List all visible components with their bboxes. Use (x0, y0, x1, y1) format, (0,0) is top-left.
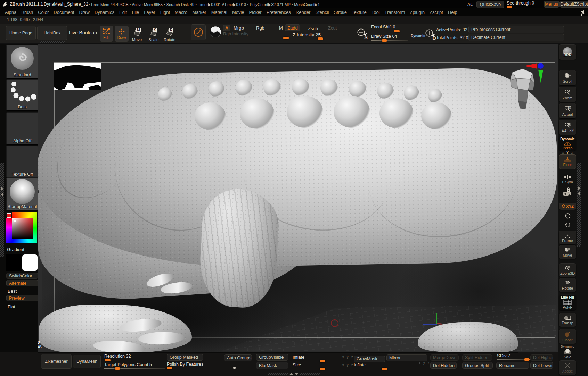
menu-edit[interactable]: Edit (119, 10, 127, 15)
a-toggle-button[interactable]: A (223, 25, 230, 31)
menu-light[interactable]: Light (160, 10, 170, 15)
menu-preferences[interactable]: Preferences (267, 10, 291, 15)
split-hidden-button[interactable]: Split Hidden (462, 354, 492, 361)
floor-grid-button[interactable]: Floor (559, 154, 576, 169)
menu-stencil[interactable]: Stencil (315, 10, 329, 15)
canvas-top-divider[interactable] (40, 41, 65, 43)
move-gyro-button[interactable]: M Move (131, 27, 143, 42)
focal-shift-slider[interactable]: Focal Shift 0 (371, 25, 408, 32)
target-polygons-handle[interactable] (115, 367, 120, 370)
camera-lock-button[interactable] (559, 187, 576, 199)
menu-layer[interactable]: Layer (144, 10, 155, 15)
zsub-toggle[interactable]: Zsub (308, 26, 318, 31)
polish-toggle-dot[interactable] (233, 367, 236, 369)
left-tray-divider[interactable] (0, 163, 4, 257)
menu-movie[interactable]: Movie (232, 10, 244, 15)
size-handle[interactable] (320, 368, 325, 370)
scroll-doc-button[interactable]: Scroll (559, 70, 576, 85)
rotate-on-all-axis-button[interactable]: XYZ (559, 203, 576, 210)
resolution-handle[interactable] (105, 359, 111, 361)
focal-shift-handle[interactable] (394, 30, 400, 32)
preprocess-current-button[interactable]: Pre-process Current (468, 26, 564, 33)
gizmo-x-axis-arrow[interactable] (524, 63, 537, 69)
inflate-handle[interactable] (320, 360, 325, 362)
aahalf-button[interactable]: AAHalf (559, 120, 576, 135)
m-toggle[interactable]: M (279, 25, 283, 31)
alpha-picker[interactable]: Alpha Off (6, 112, 38, 144)
group-masked-button[interactable]: Group Masked (167, 354, 203, 361)
bottom-tray-open-arrow[interactable] (289, 373, 293, 375)
polish-by-features-slider[interactable]: Polish By Features (167, 362, 235, 369)
del-lower-button[interactable]: Del Lower (530, 362, 553, 369)
main-color-swatch[interactable] (6, 254, 22, 271)
menu-tool[interactable]: Tool (371, 10, 380, 15)
inflate-axis-toggles[interactable]: x y z (342, 355, 354, 359)
texture-picker[interactable]: Texture Off (6, 146, 38, 178)
render-best-button[interactable]: Best (8, 289, 17, 294)
groups-split-button[interactable]: Groups Split (462, 362, 493, 369)
material-picker[interactable]: StartupMaterial (6, 178, 38, 210)
right-tray-divider[interactable] (577, 163, 581, 247)
right-tray-close-arrow[interactable] (578, 192, 580, 196)
menu-dynamics[interactable]: Dynamics (95, 10, 114, 15)
brush-picker[interactable]: Standard (6, 45, 38, 78)
menu-macro[interactable]: Macro (175, 10, 187, 15)
gradient-toggle[interactable]: Gradient (7, 247, 24, 252)
menu-picker[interactable]: Picker (249, 10, 262, 15)
render-flat-button[interactable]: Flat (8, 304, 15, 309)
draw-size-slider[interactable]: Draw Size 64 (371, 34, 408, 41)
menu-file[interactable]: File (132, 10, 139, 15)
auto-groups-button[interactable]: Auto Groups (224, 354, 252, 361)
menu-transform[interactable]: Transform (385, 10, 405, 15)
live-boolean-toggle[interactable]: Live Boolean (69, 30, 97, 35)
rgb-intensity-slider[interactable]: Rgb Intensity (223, 32, 289, 39)
scale-gyro-button[interactable]: S Scale (147, 27, 160, 42)
bottom-tray-close-arrow[interactable] (294, 373, 299, 375)
actual-size-button[interactable]: 1 Actual (559, 103, 576, 118)
menu-render[interactable]: Render (296, 10, 311, 15)
menu-zplugin[interactable]: Zplugin (410, 10, 425, 15)
menu-color[interactable]: Color (38, 10, 49, 15)
menu-draw[interactable]: Draw (79, 10, 90, 15)
see-through-handle[interactable] (507, 6, 512, 8)
gizmo-z-axis-dot[interactable] (538, 63, 544, 69)
local-symmetry-button[interactable]: L.Sym (559, 174, 576, 185)
mirror-button[interactable]: Mirror (386, 354, 427, 361)
resolution-slider[interactable]: Resolution 32 (104, 354, 162, 361)
left-tray-open-arrow[interactable] (1, 187, 3, 191)
zadd-toggle-button[interactable]: Zadd (285, 24, 300, 31)
current-material-button[interactable] (209, 25, 222, 40)
menu-marker[interactable]: Marker (192, 10, 206, 15)
stroke-d-icon[interactable]: D (425, 28, 436, 41)
home-page-button[interactable]: Home Page (6, 26, 36, 40)
polyframe-button[interactable]: Line Fill PolyF (559, 294, 576, 310)
sdiv-slider[interactable]: SDiv 7 (497, 353, 532, 360)
color-picker[interactable] (6, 212, 37, 243)
menu-texture[interactable]: Texture (352, 10, 367, 15)
group-visible-button[interactable]: GroupVisible (256, 354, 288, 361)
merge-down-button[interactable]: MergeDown (430, 354, 459, 361)
secondary-color-swatch[interactable] (22, 254, 38, 271)
zremesher-button[interactable]: ZRemesher (41, 354, 72, 369)
frame-mesh-button[interactable]: Frame (559, 231, 576, 244)
draw-size-handle[interactable] (382, 39, 387, 42)
bottom-tray-divider-right[interactable] (300, 373, 320, 375)
floor-axis-toggles[interactable]: x Y z (559, 151, 576, 154)
solo-button[interactable]: Dynamic Solo (559, 344, 576, 359)
draw-mode-button[interactable]: Draw (115, 26, 129, 42)
rename-button[interactable]: Rename (496, 362, 529, 369)
rotate-gyro-button[interactable]: R Rotate (163, 27, 177, 42)
ghost-transparency-button[interactable]: Ghost (559, 329, 576, 344)
zoom3d-button[interactable]: Zoom3D (559, 263, 576, 277)
inflate2-axis-toggles[interactable]: x y z (419, 361, 431, 365)
move-canvas-button[interactable]: Move (559, 245, 576, 259)
sculpt-viewport[interactable]: SHADING NETWORK STUDIO (38, 44, 558, 352)
default-zscript-button[interactable]: DefaultZScript (560, 1, 588, 8)
dynamic-draw-size-toggle[interactable]: Dynamic (411, 34, 425, 38)
edit-mode-button[interactable]: Edit (100, 26, 113, 42)
floor-axis-x[interactable]: x (562, 151, 564, 154)
del-hidden-button[interactable]: Del Hidden (430, 362, 457, 369)
perspective-button[interactable]: Dynamic Persp (559, 136, 576, 151)
sculpt-brush-button[interactable] (191, 24, 206, 40)
sdiv-handle[interactable] (524, 358, 530, 361)
